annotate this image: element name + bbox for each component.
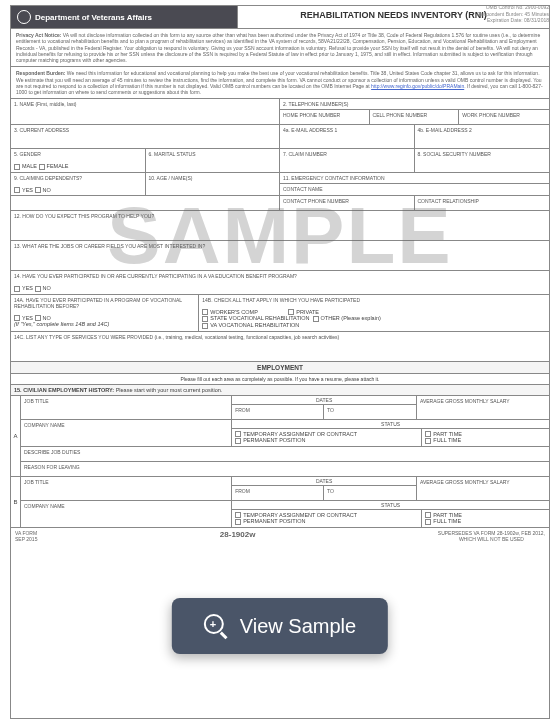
expiration: Expiration Date: 08/31/2018 [477,17,549,24]
perm-a-checkbox[interactable] [235,438,241,444]
omb-link[interactable]: http://www.reginfo.gov/public/do/PRAMain [371,83,464,89]
pt-b-checkbox[interactable] [425,512,431,518]
form-date: SEP 2015 [15,536,37,542]
view-sample-label: View Sample [240,615,356,638]
field-name-label: 1. NAME (First, middle, last) [14,101,276,107]
q14-no-checkbox[interactable] [35,286,41,292]
temp-a-label: TEMPORARY ASSIGNMENT OR CONTRACT [243,431,357,437]
view-sample-button[interactable]: + View Sample [172,598,388,654]
gender-label: 5. GENDER [14,151,142,157]
jobtitle-b-label: JOB TITLE [24,479,228,485]
dep-yes-label: YES [22,187,33,193]
s15-sub: Please start with your most current posi… [114,387,222,393]
jobtitle-a-label: JOB TITLE [24,398,228,404]
department-header: Department of Veterans Affairs [11,6,237,28]
vavr-label: VA VOCATIONAL REHABILITATION [210,322,299,328]
privacy-text: VA will not disclose information collect… [16,32,540,63]
perm-b-checkbox[interactable] [235,519,241,525]
pt-a-label: PART TIME [433,431,462,437]
temp-b-checkbox[interactable] [235,512,241,518]
ssn-label: 8. SOCIAL SECURITY NUMBER [418,151,547,157]
wc-label: WORKER'S COMP [210,309,257,315]
q14b-label: 14B. CHECK ALL THAT APPLY IN WHICH YOU H… [202,297,546,303]
supersedes-2: WHICH WILL NOT BE USED [459,536,524,542]
male-checkbox[interactable] [14,164,20,170]
pt-b-label: PART TIME [433,512,462,518]
claim-label: 7. CLAIM NUMBER [283,151,411,157]
wc-checkbox[interactable] [202,309,208,315]
pt-a-checkbox[interactable] [425,431,431,437]
q14-label: 14. HAVE YOU EVER PARTICIPATED IN OR ARE… [14,273,546,279]
status-b-label: STATUS [233,502,548,508]
emergency-label: 11. EMERGENCY CONTACT INFORMATION [283,175,546,181]
other-label: OTHER (Please explain) [321,315,381,321]
q14c-label: 14C. LIST ANY TYPE OF SERVICES YOU WERE … [14,334,546,340]
employment-header: EMPLOYMENT [11,362,549,374]
q14-yes: YES [22,285,33,291]
q14-no: NO [43,285,51,291]
dep-no-label: NO [43,187,51,193]
q12-label: 12. HOW DO YOU EXPECT THIS PROGRAM TO HE… [14,213,546,219]
work-phone-label: WORK PHONE NUMBER [462,112,546,118]
reason-a-label: REASON FOR LEAVING [24,464,546,470]
temp-a-checkbox[interactable] [235,431,241,437]
dependents-label: 9. CLAIMING DEPENDENTS? [14,175,142,181]
q14a-note: (If "Yes," complete Items 14B and 14C) [14,321,109,327]
respondent-notice: Respondent Burden: We need this informat… [11,67,549,99]
male-label: MALE [22,163,37,169]
company-a-label: COMPANY NAME [24,422,228,428]
age-label: 10. AGE / NAME(S) [149,175,277,181]
section-15: 15. CIVILIAN EMPLOYMENT HISTORY: Please … [11,385,549,396]
dates-b-label: DATES [233,478,415,484]
marital-label: 6. MARITAL STATUS [149,151,277,157]
to-a-label: TO [327,407,413,413]
employment-sub: Please fill out each area as completely … [11,374,549,385]
q13-label: 13. WHAT ARE THE JOBS OR CAREER FIELDS Y… [14,243,546,249]
job-letter-b: B [11,477,21,527]
dep-yes-checkbox[interactable] [14,187,20,193]
form-footer: VA FORMSEP 2015 28-1902w SUPERSEDES VA F… [11,528,549,544]
ft-a-label: FULL TIME [433,437,461,443]
resp-heading: Respondent Burden: [16,70,65,76]
privacy-heading: Privacy Act Notice: [16,32,61,38]
omb-number: OMB Control No. 2900-0092 [477,4,549,11]
q14a-yes: YES [22,315,33,321]
salary-b-label: AVERAGE GROSS MONTHLY SALARY [420,479,546,485]
status-a-label: STATUS [233,421,548,427]
header-meta: OMB Control No. 2900-0092 Respondent Bur… [477,4,549,24]
email1-label: 4a. E-MAIL ADDRESS 1 [283,127,411,133]
contact-phone-label: CONTACT PHONE NUMBER [283,198,411,204]
job-block-a: A JOB TITLE DATESFROMTO AVERAGE GROSS MO… [11,396,549,477]
q14-yes-checkbox[interactable] [14,286,20,292]
salary-a-label: AVERAGE GROSS MONTHLY SALARY [420,398,546,404]
female-checkbox[interactable] [39,164,45,170]
svr-label: STATE VOCATIONAL REHABILITATION [210,315,309,321]
temp-b-label: TEMPORARY ASSIGNMENT OR CONTRACT [243,512,357,518]
other-checkbox[interactable] [313,316,319,322]
vavr-checkbox[interactable] [202,323,208,329]
company-b-label: COMPANY NAME [24,503,228,509]
dates-a-label: DATES [233,397,415,403]
dep-no-checkbox[interactable] [35,187,41,193]
privacy-notice: Privacy Act Notice: VA will not disclose… [11,29,549,67]
contact-name-label: CONTACT NAME [283,186,546,192]
svr-checkbox[interactable] [202,316,208,322]
dept-name: Department of Veterans Affairs [35,13,152,22]
contact-rel-label: CONTACT RELATIONSHIP [418,198,547,204]
perm-b-label: PERMANENT POSITION [243,518,305,524]
form-number: 28-1902w [220,530,256,542]
zoom-in-icon: + [204,614,228,638]
field-phone-label: 2. TELEPHONE NUMBER(S) [283,101,546,107]
desc-a-label: DESCRIBE JOB DUTIES [24,449,546,455]
email2-label: 4b. E-MAIL ADDRESS 2 [418,127,547,133]
q14a-label: 14A. HAVE YOU EVER PARTICIPATED IN A PRO… [14,297,195,309]
cell-phone-label: CELL PHONE NUMBER [373,112,456,118]
ft-b-label: FULL TIME [433,518,461,524]
female-label: FEMALE [47,163,69,169]
from-a-label: FROM [235,407,320,413]
job-block-b: B JOB TITLE DATESFROMTO AVERAGE GROSS MO… [11,477,549,528]
from-b-label: FROM [235,488,320,494]
ft-a-checkbox[interactable] [425,438,431,444]
ft-b-checkbox[interactable] [425,519,431,525]
home-phone-label: HOME PHONE NUMBER [283,112,366,118]
